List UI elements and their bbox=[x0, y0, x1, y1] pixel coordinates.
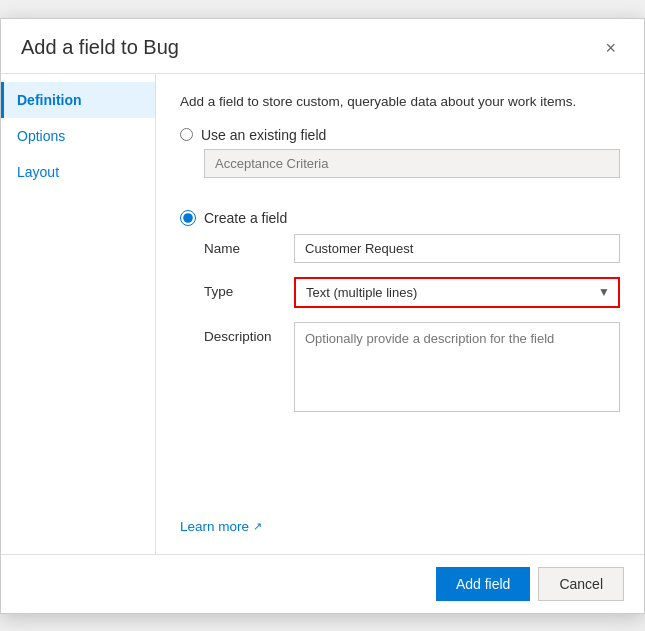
sidebar: Definition Options Layout bbox=[1, 74, 156, 554]
close-button[interactable]: × bbox=[597, 35, 624, 61]
add-field-dialog: Add a field to Bug × Definition Options … bbox=[0, 18, 645, 614]
description-label: Description bbox=[204, 322, 294, 344]
dialog-body: Definition Options Layout Add a field to… bbox=[1, 74, 644, 554]
learn-more-text: Learn more bbox=[180, 519, 249, 534]
create-field-radio[interactable] bbox=[180, 210, 196, 226]
type-row: Type Text (multiple lines) Text (single … bbox=[204, 277, 620, 308]
main-content: Add a field to store custom, queryable d… bbox=[156, 74, 644, 554]
sidebar-item-options[interactable]: Options bbox=[1, 118, 155, 154]
sidebar-item-layout[interactable]: Layout bbox=[1, 154, 155, 190]
use-existing-group: Use an existing field bbox=[180, 127, 620, 186]
name-control bbox=[294, 234, 620, 263]
learn-more-link[interactable]: Learn more ↗ bbox=[180, 507, 620, 534]
external-link-icon: ↗ bbox=[253, 520, 262, 533]
description-row: Description bbox=[204, 322, 620, 415]
create-radio-row: Create a field bbox=[180, 210, 620, 226]
dialog-footer: Add field Cancel bbox=[1, 554, 644, 613]
dialog-header: Add a field to Bug × bbox=[1, 19, 644, 74]
name-row: Name bbox=[204, 234, 620, 263]
add-field-button[interactable]: Add field bbox=[436, 567, 530, 601]
use-existing-row: Use an existing field bbox=[180, 127, 620, 143]
sidebar-item-definition[interactable]: Definition bbox=[1, 82, 155, 118]
cancel-button[interactable]: Cancel bbox=[538, 567, 624, 601]
type-control: Text (multiple lines) Text (single line)… bbox=[294, 277, 620, 308]
existing-field-input bbox=[204, 149, 620, 178]
use-existing-label[interactable]: Use an existing field bbox=[201, 127, 326, 143]
use-existing-radio[interactable] bbox=[180, 128, 193, 141]
description-text: Add a field to store custom, queryable d… bbox=[180, 94, 620, 109]
type-label: Type bbox=[204, 277, 294, 299]
create-field-label[interactable]: Create a field bbox=[204, 210, 287, 226]
type-select[interactable]: Text (multiple lines) Text (single line)… bbox=[294, 277, 620, 308]
dialog-title: Add a field to Bug bbox=[21, 36, 179, 59]
create-section: Create a field Name Type Text (multiple … bbox=[180, 210, 620, 429]
description-control bbox=[294, 322, 620, 415]
name-input[interactable] bbox=[294, 234, 620, 263]
description-textarea[interactable] bbox=[294, 322, 620, 412]
name-label: Name bbox=[204, 234, 294, 256]
